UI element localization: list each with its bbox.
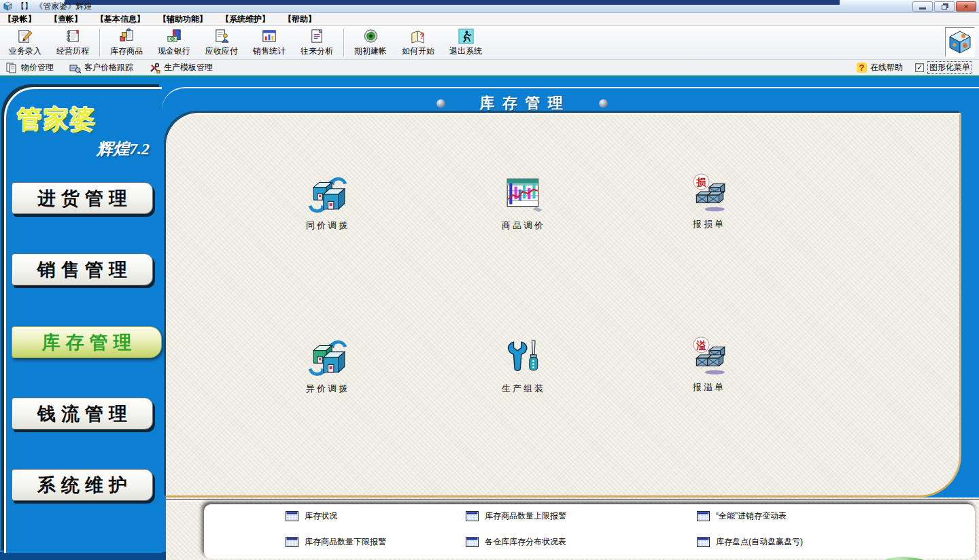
table-icon	[466, 511, 479, 521]
report-label: 库存状况	[305, 510, 337, 522]
close-button[interactable]: ✕	[956, 1, 976, 12]
toolbar-separator	[343, 29, 344, 56]
module-same-price-transfer[interactable]: 同价调拨	[277, 175, 379, 232]
toolbar2-label: 客户价格跟踪	[84, 62, 133, 73]
toolbar-label: 往来分析	[300, 46, 333, 57]
app-icon	[3, 1, 13, 12]
toolbar-label: 应收应付	[205, 46, 238, 57]
content-header: 库 存 管 理	[162, 87, 979, 113]
menubar: 【录帐】 【查帐】 【基本信息】 【辅助功能】 【系统维护】 【帮助】	[0, 13, 979, 26]
module-label: 商品调价	[473, 220, 574, 232]
minimize-button[interactable]	[912, 1, 933, 12]
online-help-label: 在线帮助	[870, 62, 903, 73]
minimize-icon	[919, 7, 926, 10]
toolbar-initial-setup[interactable]: 期初建帐	[347, 26, 394, 59]
brand-name: 管家婆	[17, 103, 156, 137]
menu-basic-info[interactable]: 【基本信息】	[96, 14, 145, 25]
menu-aux-functions[interactable]: 【辅助功能】	[158, 14, 207, 25]
how-to-start-icon: ?	[410, 28, 427, 45]
cash-bank-icon	[166, 28, 183, 45]
toolbar-label: 如何开始	[402, 46, 434, 57]
toolbar-exit-system[interactable]: 退出系统	[442, 26, 490, 59]
report-label: 库存商品数量上限报警	[485, 510, 566, 522]
svg-text:?: ?	[419, 32, 424, 40]
toolbar-inventory-goods[interactable]: 库存商品	[103, 26, 150, 59]
toolbar-secondary: 物价管理 客户价格跟踪 生产模板管理 ? 在线帮助	[0, 60, 979, 77]
menu-record[interactable]: 【录帐】	[3, 14, 36, 25]
sphere-icon	[599, 99, 608, 108]
toolbar2-label: 生产模板管理	[164, 62, 213, 73]
production-template-icon	[148, 62, 160, 74]
toolbar-sales-stats[interactable]: 销售统计	[245, 26, 293, 59]
grasp-cube-logo	[945, 27, 975, 57]
module-production-assembly[interactable]: 生产组装	[473, 338, 574, 395]
table-icon	[697, 511, 710, 521]
page-title: 库 存 管 理	[479, 93, 565, 113]
report-label: 各仓库库存分布状况表	[485, 536, 566, 548]
toolbar-cash-bank[interactable]: 现金银行	[150, 26, 198, 59]
report-omnipotent-change-table[interactable]: “全能”进销存变动表	[697, 510, 787, 522]
menu-query[interactable]: 【查帐】	[50, 14, 82, 25]
toolbar-transactions-analysis[interactable]: 往来分析	[293, 26, 341, 59]
restore-button[interactable]	[934, 1, 955, 12]
toolbar2-price-management[interactable]: 物价管理	[5, 62, 54, 74]
toolbar-how-to-start[interactable]: ? 如何开始	[394, 26, 442, 59]
production-assembly-icon	[504, 338, 543, 377]
sidebar-item-system[interactable]: 系统维护	[12, 469, 153, 501]
svg-text:损: 损	[695, 177, 706, 188]
toolbar-business-entry[interactable]: 业务录入	[1, 26, 49, 59]
brand-logo: 管家婆 辉煌7.2	[17, 103, 156, 160]
toolbar-receivable-payable[interactable]: 应收应付	[198, 26, 245, 59]
module-loss-sheet[interactable]: 损 报损单	[658, 173, 760, 230]
diff-price-transfer-icon	[308, 338, 347, 377]
report-inventory-status[interactable]: 库存状况	[286, 510, 337, 522]
sidebar-item-cashflow[interactable]: 钱流管理	[12, 398, 153, 430]
menu-system-maintenance[interactable]: 【系统维护】	[221, 14, 270, 25]
toolbar2-customer-price-track[interactable]: 客户价格跟踪	[69, 62, 133, 74]
module-goods-price-adjust[interactable]: 商品调价	[473, 175, 574, 232]
module-label: 同价调拨	[277, 220, 379, 232]
graphical-menu-toggle[interactable]: ✓ 图形化菜单	[915, 61, 972, 74]
same-price-transfer-icon	[308, 175, 347, 214]
titlebar-accent-band	[65, 0, 840, 5]
report-lower-limit-alert[interactable]: 库存商品数量下限报警	[286, 536, 386, 548]
loss-sheet-icon: 损	[689, 173, 729, 213]
toolbar-label: 业务录入	[9, 46, 41, 57]
report-warehouse-distribution[interactable]: 各仓库库存分布状况表	[466, 536, 566, 548]
menu-help[interactable]: 【帮助】	[284, 14, 316, 25]
module-diff-price-transfer[interactable]: 异价调拨	[277, 338, 379, 395]
sidebar-item-inventory[interactable]: 库存管理	[12, 326, 162, 358]
content-area: 同价调拨	[166, 113, 961, 497]
divider-groove	[166, 499, 979, 502]
toolbar-label: 库存商品	[110, 46, 143, 57]
business-history-icon	[65, 28, 82, 45]
table-icon	[466, 537, 479, 547]
graphical-menu-label: 图形化菜单	[927, 61, 972, 74]
module-label: 异价调拨	[277, 383, 379, 395]
report-label: 库存盘点(自动盘赢盘亏)	[716, 536, 803, 548]
sphere-icon	[436, 99, 445, 108]
toolbar: 业务录入 经营历程 库存商品	[0, 26, 979, 60]
toolbar-business-history[interactable]: 经营历程	[49, 26, 97, 59]
toolbar-label: 现金银行	[158, 46, 190, 57]
customer-price-track-icon	[69, 62, 81, 74]
report-label: 库存商品数量下限报警	[305, 536, 386, 548]
goods-price-adjust-icon	[504, 175, 543, 214]
table-icon	[697, 537, 710, 547]
report-stocktaking[interactable]: 库存盘点(自动盘赢盘亏)	[697, 536, 803, 548]
window-title: 【】 《管家婆》辉煌	[16, 1, 92, 12]
toolbar-label: 期初建帐	[354, 46, 387, 57]
business-entry-icon	[17, 28, 34, 45]
sidebar-item-purchase[interactable]: 进货管理	[12, 182, 153, 214]
brand-version: 辉煌7.2	[17, 138, 150, 160]
toolbar2-production-template[interactable]: 生产模板管理	[148, 62, 213, 74]
module-overflow-sheet[interactable]: 溢 报溢单	[658, 336, 760, 393]
module-label: 报溢单	[658, 381, 760, 393]
restore-icon	[942, 5, 947, 10]
toolbar-label: 经营历程	[56, 46, 89, 57]
graphical-menu-checkbox[interactable]: ✓	[915, 63, 924, 72]
online-help-button[interactable]: ? 在线帮助	[857, 62, 903, 73]
report-upper-limit-alert[interactable]: 库存商品数量上限报警	[466, 510, 566, 522]
reports-panel: 库存状况 库存商品数量上限报警	[204, 504, 975, 559]
sidebar-item-sales[interactable]: 销售管理	[12, 253, 153, 285]
